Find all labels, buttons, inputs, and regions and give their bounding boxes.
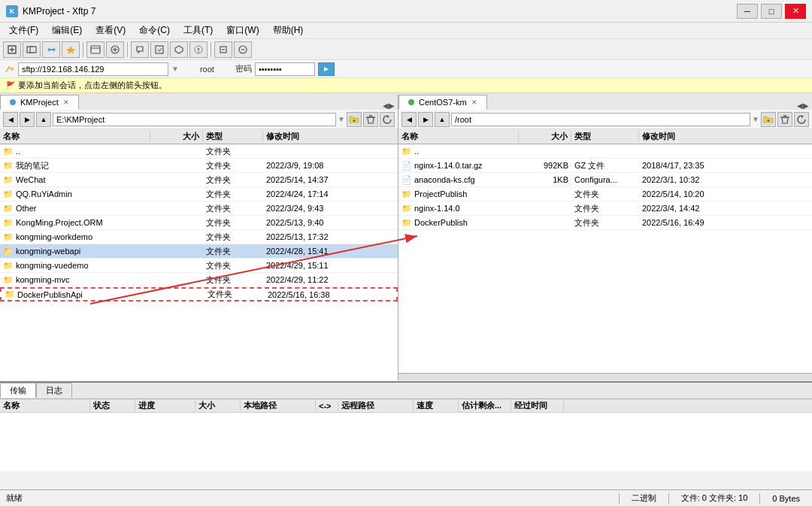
status-bar: 就绪 二进制 文件: 0 文件夹: 10 0 Bytes: [0, 489, 812, 506]
table-row[interactable]: 📁 kongming-webapi文件夹2022/4/28, 15:41: [0, 244, 398, 259]
menu-file[interactable]: 文件(F): [3, 23, 44, 38]
toolbar-btn-11[interactable]: [214, 41, 232, 58]
table-row[interactable]: 📄 anaconda-ks.cfg1KBConfigura...2022/3/1…: [398, 173, 812, 187]
table-row[interactable]: 📁 QQ.RuYiAdmin文件夹2022/4/24, 17:14: [0, 187, 398, 201]
right-panel-tab[interactable]: CentOS7-km ✕: [398, 95, 487, 110]
right-new-folder-button[interactable]: [761, 112, 776, 127]
new-session-button[interactable]: [3, 41, 21, 58]
file-name-cell: 📁 DockerPublish: [398, 218, 519, 228]
toolbar-btn-4[interactable]: [62, 41, 80, 58]
left-tab-indicator: [10, 99, 16, 105]
right-tab-nav-left[interactable]: ◀: [797, 102, 803, 110]
th-progress: 进度: [135, 400, 195, 411]
right-refresh-button[interactable]: [794, 112, 809, 127]
toolbar-btn-10[interactable]: [189, 41, 208, 58]
table-row[interactable]: 📁 ..: [398, 144, 812, 159]
left-file-list: 📁 ..文件夹📁 我的笔记文件夹2022/3/9, 19:08📁 WeChat文…: [0, 144, 398, 380]
right-file-list: 📁 ..📄 nginx-1.14.0.tar.gz992KBGZ 文件2018/…: [398, 144, 812, 373]
left-path-input[interactable]: [53, 113, 336, 126]
status-text: 就绪: [6, 492, 613, 504]
left-panel-tab[interactable]: KMProject ✕: [0, 95, 79, 110]
table-row[interactable]: 📁 KongMing.Project.ORM文件夹2022/5/13, 9:40: [0, 216, 398, 230]
right-back-button[interactable]: ◀: [401, 112, 417, 127]
bottom-tabs: 传输 日志: [0, 383, 812, 399]
transfer-tab[interactable]: 传输: [0, 383, 36, 398]
file-type-cell: 文件夹: [203, 260, 263, 271]
file-name-cell: 📁 Other: [0, 204, 150, 214]
left-tab-close[interactable]: ✕: [63, 98, 69, 106]
folder-icon: 📁: [3, 275, 14, 285]
file-name-cell: 📁 ..: [398, 147, 519, 156]
file-count-info: 文件: 0 文件夹: 10: [675, 492, 754, 504]
folder-up-icon: 📁: [3, 147, 14, 156]
right-path-input[interactable]: [451, 113, 750, 126]
left-refresh-button[interactable]: [380, 112, 395, 127]
toolbar-btn-6[interactable]: [106, 41, 124, 58]
maximize-button[interactable]: □: [761, 4, 782, 19]
toolbar-btn-5[interactable]: [86, 41, 105, 58]
close-button[interactable]: ✕: [785, 4, 806, 19]
menu-command[interactable]: 命令(C): [133, 23, 176, 38]
left-tab-nav-left[interactable]: ◀: [383, 102, 389, 110]
table-row[interactable]: 📁 Other文件夹2022/3/24, 9:43: [0, 201, 398, 216]
table-row[interactable]: 📁 DockerPublish文件夹2022/5/16, 16:49: [398, 216, 812, 230]
right-delete-button[interactable]: [777, 112, 792, 127]
table-row[interactable]: 📁 WeChat文件夹2022/5/14, 14:37: [0, 173, 398, 187]
menu-help[interactable]: 帮助(H): [267, 23, 310, 38]
title-bar: K KMProject - Xftp 7 ─ □ ✕: [0, 0, 812, 23]
file-type-cell: 文件夹: [203, 274, 263, 286]
minimize-button[interactable]: ─: [737, 4, 758, 19]
toolbar-btn-2[interactable]: [23, 41, 41, 58]
left-up-button[interactable]: ▲: [36, 112, 51, 127]
menu-view[interactable]: 查看(V): [89, 23, 132, 38]
toolbar-btn-8[interactable]: [150, 41, 168, 58]
table-row[interactable]: 📁 kongming-vuedemo文件夹2022/4/29, 15:11: [0, 259, 398, 273]
right-forward-button[interactable]: ▶: [418, 112, 433, 127]
table-row[interactable]: 📁 DockerPublishApi文件夹2022/5/16, 16:38: [0, 287, 398, 301]
table-row[interactable]: 📁 ProjectPublish文件夹2022/5/14, 10:20: [398, 187, 812, 201]
file-type-cell: 文件夹: [203, 246, 263, 257]
menu-edit[interactable]: 编辑(E): [46, 23, 88, 38]
folder-icon: 📁: [5, 289, 15, 299]
left-delete-button[interactable]: [363, 112, 378, 127]
right-up-button[interactable]: ▲: [435, 112, 450, 127]
file-type-cell: 文件夹: [203, 232, 263, 243]
toolbar-btn-7[interactable]: [131, 41, 149, 58]
file-size-cell: 992KB: [519, 161, 571, 170]
table-row[interactable]: 📁 ..文件夹: [0, 144, 398, 159]
toolbar-btn-3[interactable]: [42, 41, 60, 58]
left-panel-tab-label: KMProject: [20, 98, 59, 107]
table-row[interactable]: 📄 nginx-1.14.0.tar.gz992KBGZ 文件2018/4/17…: [398, 159, 812, 173]
table-row[interactable]: 📁 kongming-workdemo文件夹2022/5/13, 17:32: [0, 230, 398, 244]
dropdown-arrow[interactable]: ▼: [171, 65, 179, 73]
svg-marker-5: [66, 46, 75, 54]
file-mtime-cell: 2022/4/24, 17:14: [263, 189, 398, 198]
table-row[interactable]: 📁 kongming-mvc文件夹2022/4/29, 11:22: [0, 273, 398, 287]
password-input[interactable]: [255, 62, 315, 76]
right-path-dropdown[interactable]: ▼: [752, 115, 759, 123]
connection-bar: ▼ root 密码: [0, 60, 812, 78]
log-tab[interactable]: 日志: [36, 383, 72, 398]
toolbar-btn-9[interactable]: [170, 41, 188, 58]
right-tab-close[interactable]: ✕: [471, 98, 477, 106]
left-new-folder-button[interactable]: [347, 112, 362, 127]
right-scrollbar-h[interactable]: [398, 373, 812, 380]
menu-window[interactable]: 窗口(W): [220, 23, 265, 38]
table-row[interactable]: 📁 我的笔记文件夹2022/3/9, 19:08: [0, 159, 398, 173]
right-file-header: 名称 大小 类型 修改时间: [398, 129, 812, 144]
left-tab-nav-right[interactable]: ▶: [389, 102, 395, 110]
left-path-dropdown[interactable]: ▼: [338, 115, 345, 123]
left-back-button[interactable]: ◀: [3, 112, 18, 127]
svg-rect-6: [91, 46, 100, 53]
right-tab-nav-right[interactable]: ▶: [803, 102, 809, 110]
left-forward-button[interactable]: ▶: [20, 112, 35, 127]
col-name-header: 名称: [0, 131, 150, 142]
server-input[interactable]: [18, 62, 168, 76]
menu-tools[interactable]: 工具(T): [177, 23, 219, 38]
file-mtime-cell: 2022/5/13, 9:40: [263, 218, 398, 227]
table-row[interactable]: 📁 nginx-1.14.0文件夹2022/3/4, 14:42: [398, 201, 812, 216]
toolbar-btn-12[interactable]: [234, 41, 252, 58]
svg-marker-29: [801, 115, 804, 118]
connect-button[interactable]: [318, 62, 335, 76]
file-size-cell: 1KB: [519, 175, 571, 184]
